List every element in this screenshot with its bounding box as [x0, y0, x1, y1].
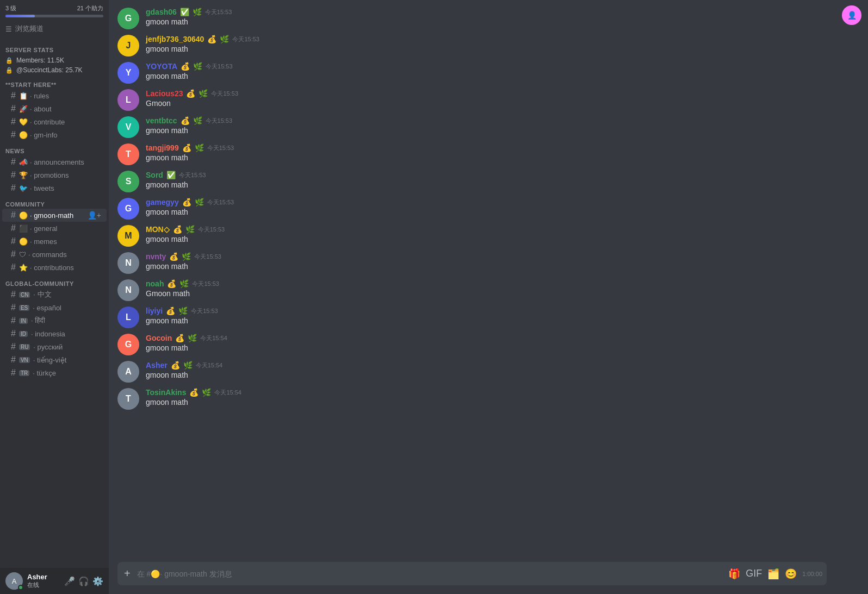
channel-commands[interactable]: # 🛡 · commands	[2, 248, 107, 261]
channel-announcements[interactable]: # 📣 · announcements	[2, 155, 107, 168]
message-item: G Gocoin 💰🌿 今天15:54 gmoon math	[117, 332, 827, 358]
message-username[interactable]: TosinAkins	[146, 388, 186, 397]
sidebar: 3 级 21 个助力 ☰ 浏览频道 SERVER STATS 🔒 Members…	[0, 0, 109, 594]
channel-emoji: 🏆	[19, 171, 28, 179]
channel-name-commands: · commands	[28, 251, 101, 259]
channel-russian[interactable]: # RU · русский	[2, 340, 107, 353]
message-avatar: M	[117, 225, 139, 247]
message-item: M MON◇ 💰🌿 今天15:53 gmoon math	[117, 223, 827, 249]
gift-button[interactable]: 🎁	[728, 568, 740, 580]
message-username[interactable]: MON◇	[146, 225, 170, 234]
message-username[interactable]: Gocoin	[146, 334, 172, 342]
message-header: YOYOTA 💰🌿 今天15:53	[146, 62, 827, 71]
message-username[interactable]: gamegyy	[146, 198, 179, 207]
message-avatar: L	[117, 307, 139, 328]
channel-spanish[interactable]: # ES · español	[2, 301, 107, 314]
message-time: 今天15:53	[206, 62, 233, 71]
emoji-button[interactable]: 😊	[785, 568, 797, 580]
channel-gmoon-math[interactable]: # 🟡 · gmoon-math 👤+	[2, 209, 107, 222]
channel-contribute[interactable]: # 💛 · contribute	[2, 115, 107, 128]
message-body: gdash06 ✅🌿 今天15:53 gmoon math	[146, 8, 827, 29]
online-status-dot	[18, 585, 23, 590]
message-avatar: G	[117, 198, 139, 220]
message-avatar: A	[117, 361, 139, 383]
channel-name-hindi: · हिंदी	[31, 316, 101, 325]
message-avatar: J	[117, 35, 139, 57]
channel-promotions[interactable]: # 🏆 · promotions	[2, 168, 107, 182]
channel-turkish[interactable]: # TR · türkçe	[2, 366, 107, 379]
badge-icon: 💰	[166, 307, 175, 315]
attach-button[interactable]: +	[122, 562, 133, 585]
message-body: ventbtcc 💰🌿 今天15:53 gmoon math	[146, 116, 827, 138]
headset-button[interactable]: 🎧	[78, 576, 89, 586]
channel-name-general: · general	[30, 224, 101, 233]
hash-icon: #	[11, 91, 16, 101]
channel-vietnamese[interactable]: # VN · tiếng-việt	[2, 353, 107, 366]
message-time: 今天15:53	[207, 198, 234, 207]
channel-emoji: 🛡	[19, 251, 26, 259]
timer-display: 1:00:00	[802, 571, 822, 577]
add-member-icon[interactable]: 👤+	[88, 211, 101, 220]
channel-rules[interactable]: # 📋 · rules	[2, 89, 107, 102]
message-username[interactable]: tangji999	[146, 143, 179, 152]
badge-icon: 🌿	[193, 8, 202, 16]
right-user-avatar[interactable]: 👤	[842, 5, 861, 25]
message-username[interactable]: jenfjb736_30640	[146, 35, 204, 43]
message-body: Gocoin 💰🌿 今天15:54 gmoon math	[146, 334, 827, 355]
message-avatar: G	[117, 334, 139, 355]
level-bar	[5, 15, 103, 17]
message-username[interactable]: Sord	[146, 171, 163, 179]
message-username[interactable]: YOYOTA	[146, 62, 177, 71]
message-header: TosinAkins 💰🌿 今天15:54	[146, 388, 827, 397]
channel-emoji: 🐦	[19, 184, 28, 192]
members-label: Members: 11.5K	[16, 57, 64, 64]
input-actions: 🎁 GIF 🗂️ 😊 1:00:00	[728, 568, 822, 580]
message-body: Asher 💰🌿 今天15:54 gmoon math	[146, 361, 827, 383]
mute-button[interactable]: 🎤	[64, 576, 75, 586]
badge-icon: 💰	[182, 143, 191, 152]
message-time: 今天15:53	[191, 307, 218, 315]
channel-tweets[interactable]: # 🐦 · tweets	[2, 182, 107, 195]
badge-icon: 💰	[181, 62, 190, 71]
channel-about[interactable]: # 🚀 · about	[2, 102, 107, 115]
level-bar-container: 3 级 21 个助力	[0, 0, 109, 20]
badge-icon: 💰	[207, 35, 216, 43]
sticker-button[interactable]: 🗂️	[767, 568, 779, 580]
channel-gm-info[interactable]: # 🟡 · gm-info	[2, 128, 107, 141]
channel-hindi[interactable]: # IN · हिंदी	[2, 314, 107, 327]
channel-general[interactable]: # ⬛ · general	[2, 222, 107, 235]
message-header: ventbtcc 💰🌿 今天15:53	[146, 116, 827, 125]
channel-indonesian[interactable]: # ID · indonesia	[2, 327, 107, 340]
channel-contributions[interactable]: # ⭐ · contributions	[2, 261, 107, 274]
message-text: gmoon math	[146, 180, 827, 189]
badge-icon: 💰	[173, 225, 182, 234]
message-time: 今天15:53	[194, 253, 221, 261]
flag-es: ES	[19, 305, 29, 311]
message-username[interactable]: gdash06	[146, 8, 177, 16]
badge-icon: 🌿	[188, 334, 197, 342]
message-username[interactable]: liyiyi	[146, 307, 163, 315]
message-body: noah 💰🌿 今天15:53 Gmoon math	[146, 279, 827, 301]
settings-button[interactable]: ⚙️	[92, 576, 103, 586]
message-time: 今天15:53	[179, 171, 206, 179]
message-time: 今天15:53	[192, 280, 219, 288]
message-time: 今天15:54	[200, 334, 227, 342]
channel-memes[interactable]: # 🟡 · memes	[2, 235, 107, 248]
message-text: gmoon math	[146, 398, 827, 407]
message-username[interactable]: Asher	[146, 361, 168, 370]
flag-id: ID	[19, 331, 28, 337]
message-username[interactable]: ventbtcc	[146, 116, 177, 125]
channel-emoji: 🚀	[19, 105, 28, 113]
message-username[interactable]: noah	[146, 279, 164, 288]
message-avatar: N	[117, 252, 139, 274]
browse-channels-label: 浏览频道	[15, 24, 44, 34]
gif-button[interactable]: GIF	[746, 568, 762, 579]
hash-icon: #	[11, 183, 16, 193]
message-username[interactable]: Lacious23	[146, 89, 183, 98]
message-username[interactable]: nvnty	[146, 252, 166, 261]
message-input[interactable]	[137, 564, 724, 584]
browse-channels-button[interactable]: ☰ 浏览频道	[0, 20, 109, 38]
hash-icon: #	[11, 262, 16, 272]
channel-name-chinese: · 中文	[33, 290, 101, 299]
channel-chinese[interactable]: # CN · 中文	[2, 288, 107, 301]
